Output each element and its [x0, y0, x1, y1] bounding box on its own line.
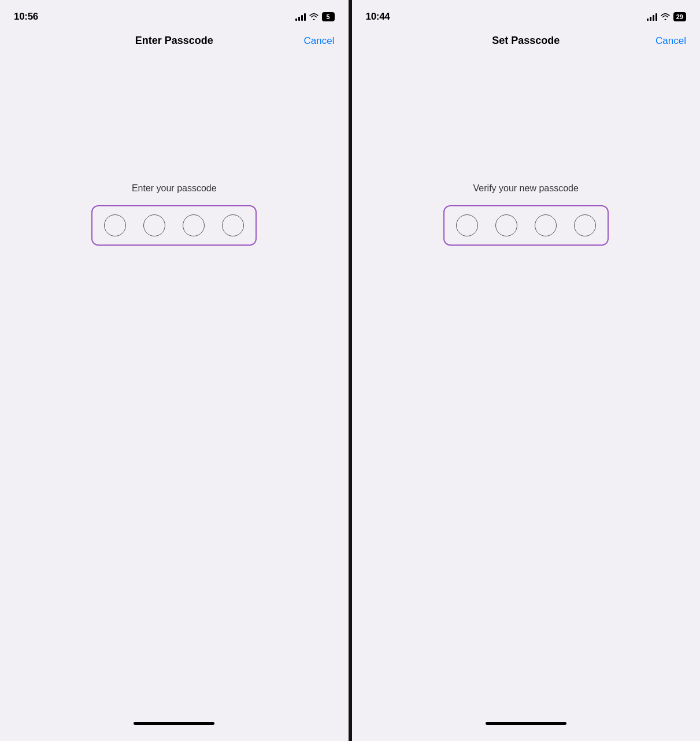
- left-main-content: Enter your passcode: [0, 56, 349, 722]
- left-dot-4: [222, 214, 244, 236]
- right-home-indicator: [486, 722, 566, 725]
- right-battery-badge: 29: [673, 12, 686, 21]
- right-main-content: Verify your new passcode: [352, 56, 701, 722]
- left-wifi-icon: [309, 13, 318, 20]
- left-dot-3: [183, 214, 205, 236]
- right-dot-3: [535, 214, 557, 236]
- left-status-time: 10:56: [14, 11, 38, 23]
- right-status-icons: 29: [647, 12, 686, 21]
- right-wifi-icon: [661, 13, 670, 20]
- right-cancel-button[interactable]: Cancel: [651, 35, 686, 47]
- right-dot-2: [495, 214, 517, 236]
- right-signal-icon: [647, 13, 657, 21]
- left-nav-title: Enter Passcode: [49, 35, 300, 47]
- right-status-bar: 10:44 29: [352, 0, 701, 30]
- right-nav-bar: Set Passcode Cancel: [352, 30, 701, 56]
- left-dot-2: [143, 214, 165, 236]
- left-passcode-prompt: Enter your passcode: [132, 183, 217, 194]
- right-phone-screen: 10:44 29 Set Passcode Cancel Ver: [352, 0, 701, 741]
- left-status-icons: 5: [295, 12, 335, 21]
- left-passcode-input[interactable]: [91, 205, 257, 246]
- right-status-time: 10:44: [366, 11, 390, 23]
- left-phone-screen: 10:56 5 Enter Passcode Cancel En: [0, 0, 352, 741]
- right-dot-1: [456, 214, 478, 236]
- right-dot-4: [574, 214, 596, 236]
- left-home-indicator: [134, 722, 214, 725]
- left-signal-icon: [295, 13, 306, 21]
- left-dot-1: [104, 214, 126, 236]
- left-cancel-button[interactable]: Cancel: [300, 35, 335, 47]
- left-battery-badge: 5: [322, 12, 335, 21]
- left-status-bar: 10:56 5: [0, 0, 349, 30]
- left-nav-bar: Enter Passcode Cancel: [0, 30, 349, 56]
- left-bottom-bar: [0, 722, 349, 741]
- right-passcode-prompt: Verify your new passcode: [473, 183, 579, 194]
- right-nav-title: Set Passcode: [401, 35, 652, 47]
- right-bottom-bar: [352, 722, 701, 741]
- right-passcode-input[interactable]: [443, 205, 609, 246]
